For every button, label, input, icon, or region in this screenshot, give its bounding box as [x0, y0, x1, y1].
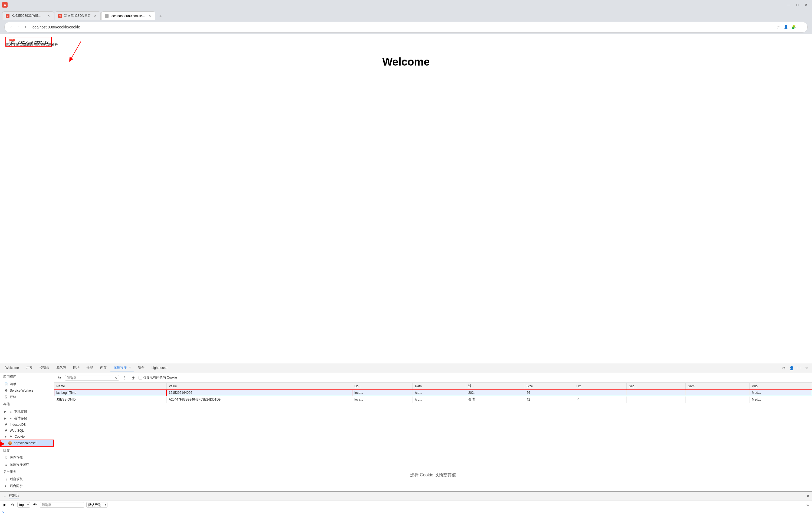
console-content: > [0, 509, 812, 520]
extensions-icon[interactable]: 🧩 [790, 24, 796, 30]
maximize-button[interactable]: □ [793, 2, 801, 7]
sidebar-item-service-workers[interactable]: ⚙ Service Workers [0, 388, 54, 393]
console-eye-icon[interactable]: 👁 [32, 502, 38, 508]
tab-memory[interactable]: 内存 [97, 364, 110, 372]
tab-3[interactable]: localhost:8080/cookie/cookie ✕ [101, 11, 156, 20]
sidebar-item-sync[interactable]: ↻ 后台同步 [0, 483, 54, 489]
cookie-row-2[interactable]: JSESSIONID A25447F83B994643F53E24DD1D9..… [54, 396, 812, 403]
tab-2[interactable]: C 写文章-CSDN博客 ✕ [55, 11, 101, 20]
col-value: Value [166, 383, 352, 390]
sidebar-item-cookie-localhost-label: http://localhost:8 [14, 441, 37, 445]
devtools-close-icon[interactable]: ✕ [803, 365, 810, 371]
minimize-button[interactable]: — [785, 2, 792, 7]
tab-sources[interactable]: 源代码 [53, 364, 69, 372]
col-samesite: Sam... [685, 383, 750, 390]
console-gear-icon[interactable]: ⚙ [806, 503, 810, 507]
sidebar-section-background: 后台服务 [0, 468, 54, 476]
cache-storage-icon: 🗄 [4, 456, 8, 460]
sidebar-item-notifications[interactable]: 🔔 通知 [0, 489, 54, 491]
tab-3-close[interactable]: ✕ [147, 14, 152, 18]
title-bar-left: C [2, 2, 7, 7]
sidebar-item-web-sql[interactable]: 🗄 Web SQL [0, 427, 54, 434]
tab-network[interactable]: 网络 [70, 364, 83, 372]
sidebar-item-cache-storage[interactable]: 🗄 缓存存储 [0, 454, 54, 461]
filter-input[interactable] [67, 376, 113, 380]
only-issues-check[interactable] [139, 376, 142, 380]
console-close-button[interactable]: ✕ [806, 493, 810, 499]
title-bar: C — □ ✕ [0, 0, 812, 10]
app-sidebar: 应用程序 📄 清单 ⚙ Service Workers 🗄 存储 存储 [0, 373, 54, 491]
cookie-row-1-samesite [685, 390, 750, 396]
cookie-preview: 选择 Cookie 以预览其值 [54, 459, 812, 491]
cookie-row-1-domain: loca... [352, 390, 413, 396]
tab-application[interactable]: 应用程序 ✕ [110, 364, 134, 372]
sidebar-item-fetch[interactable]: ↕ 后台获取 [0, 476, 54, 483]
sidebar-item-local-storage[interactable]: ▶ ≡ 本地存储 [0, 408, 54, 415]
console-ban-icon[interactable]: ⊘ [10, 502, 15, 508]
tab-application-label: 应用程序 [114, 365, 127, 370]
tab-1-close[interactable]: ✕ [46, 14, 51, 18]
reload-button[interactable]: ↻ [23, 24, 29, 30]
sidebar-item-session-storage[interactable]: ▶ ≡ 会话存储 [0, 415, 54, 422]
sidebar-item-app-cache[interactable]: ≡ 应用程序缓存 [0, 461, 54, 468]
welcome-heading: Welcome [5, 56, 807, 68]
tab-application-close[interactable]: ✕ [129, 366, 131, 369]
console-panel: ⋯ 控制台 ✕ ▶ ⊘ top ▾ 👁 [0, 491, 812, 520]
console-play-icon[interactable]: ▶ [2, 502, 7, 508]
sidebar-item-indexeddb[interactable]: 🗄 IndexedDB [0, 422, 54, 427]
cookie-row-1-priority: Med... [750, 390, 812, 396]
tab-lighthouse[interactable]: Lighthouse [148, 364, 171, 372]
console-level-selector[interactable]: 默认级别 ▾ [86, 502, 108, 508]
tab-2-close[interactable]: ✕ [93, 14, 97, 18]
tab-console[interactable]: 控制台 [36, 364, 53, 372]
close-button[interactable]: ✕ [802, 2, 810, 7]
session-storage-icon: ≡ [9, 417, 12, 420]
sidebar-item-cookie-localhost[interactable]: 🍪 http://localhost:8 [0, 440, 54, 447]
tab-1[interactable]: C Kc635908933的博客_CSDN博客 ✕ [2, 11, 54, 20]
col-httponly: Htt... [574, 383, 626, 390]
console-top-selector[interactable]: top ▾ [17, 502, 30, 508]
app-content: ↻ ✕ ⋮ 🗑 仅显示有问题的 Cookie [54, 373, 812, 491]
sidebar-item-cookie-label: Cookie [15, 435, 25, 439]
devtools-settings-icon[interactable]: ⚙ [781, 365, 787, 371]
col-priority: Prio... [750, 383, 812, 390]
cookie-refresh-button[interactable]: ↻ [56, 374, 63, 381]
console-prompt[interactable]: > [2, 510, 810, 514]
cookie-row-2-domain: loca... [352, 396, 413, 403]
only-issues-checkbox[interactable]: 仅显示有问题的 Cookie [139, 375, 177, 380]
tab-security[interactable]: 安全 [135, 364, 148, 372]
cookie-row-1[interactable]: lastLoginTime 1615296164026 loca... /co.… [54, 390, 812, 396]
tab-elements[interactable]: 元素 [23, 364, 36, 372]
more-button[interactable]: ⋯ [797, 24, 804, 30]
profile-icon[interactable]: 👤 [783, 24, 789, 30]
sidebar-item-manifest[interactable]: 📄 清单 [0, 381, 54, 388]
cookie-row-1-path: /co... [413, 390, 466, 396]
console-filter-input[interactable] [40, 502, 84, 508]
bookmark-icon[interactable]: ☆ [775, 24, 781, 30]
col-expires: 过... [466, 383, 524, 390]
tab-welcome[interactable]: Welcome [2, 364, 22, 372]
back-button[interactable]: ‹ [8, 24, 15, 30]
sidebar-item-storage-app[interactable]: 🗄 存储 [0, 393, 54, 400]
new-tab-button[interactable]: + [157, 12, 165, 20]
devtools-panel: Welcome 元素 控制台 源代码 网络 性能 内存 应用程序 ✕ 安全 Li… [0, 363, 812, 520]
devtools-profile-icon[interactable]: 👤 [788, 365, 795, 371]
arrow-annotation-1 [68, 35, 122, 68]
window-controls: — □ ✕ [785, 2, 810, 7]
filter-clear-icon[interactable]: ✕ [114, 376, 117, 380]
sidebar-item-cookie[interactable]: ▼ 🗄 Cookie [0, 434, 54, 440]
indexeddb-icon: 🗄 [4, 423, 8, 426]
console-toolbar: ▶ ⊘ top ▾ 👁 默认级别 ▾ [0, 500, 812, 509]
tab-1-title: Kc635908933的博客_CSDN博客 [12, 14, 44, 18]
cookie-more-icon[interactable]: ⋮ [121, 374, 128, 381]
cookie-toolbar: ↻ ✕ ⋮ 🗑 仅显示有问题的 Cookie [54, 373, 812, 383]
console-level-select[interactable]: 默认级别 [88, 503, 106, 507]
cookie-delete-icon[interactable]: 🗑 [130, 374, 136, 381]
nav-controls: ‹ › ↻ [8, 24, 29, 30]
console-top-select[interactable]: top [19, 503, 28, 507]
col-path: Path [413, 383, 466, 390]
tab-performance[interactable]: 性能 [83, 364, 96, 372]
address-input[interactable] [32, 25, 773, 29]
forward-button[interactable]: › [16, 24, 22, 30]
devtools-more-icon[interactable]: ⋯ [796, 365, 802, 371]
